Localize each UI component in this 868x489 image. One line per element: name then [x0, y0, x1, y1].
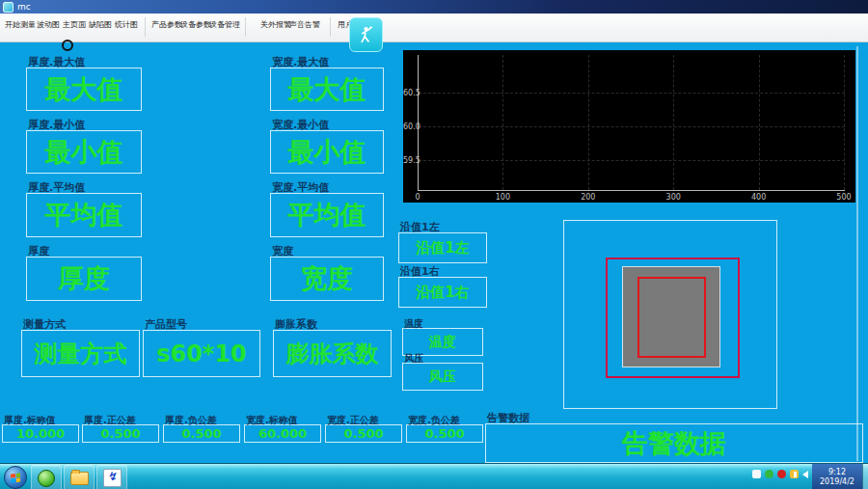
toolbar-button-device-params[interactable]: 设备参数 [180, 19, 211, 30]
chart-x-axis [418, 190, 845, 191]
show-desktop-button[interactable] [862, 464, 868, 489]
window-title: mc [17, 3, 31, 12]
thickness-pos-tol-label: 厚度.正公差 [84, 414, 136, 427]
chart-gridline [759, 55, 760, 190]
thickness-neg-tol-value: 0.500 [164, 425, 239, 442]
person-figure-icon [356, 24, 377, 45]
window-right-edge [856, 46, 858, 461]
taskbar-clock[interactable]: 9:12 2019/4/2 [812, 464, 862, 489]
alarm-data-box: 告警数据 告警数据 [485, 423, 863, 463]
thickness-nominal-value: 10.000 [3, 425, 78, 442]
product-model-value: s60*10 [144, 331, 259, 376]
taskbar-app-measure[interactable]: ↯ [96, 465, 127, 489]
toolbar-button-product-params[interactable]: 产品参数 [151, 19, 182, 30]
language-indicator-icon[interactable] [752, 470, 761, 478]
width-pos-tol-value: 0.500 [326, 425, 401, 442]
thickness-pos-tol-value: 0.500 [83, 425, 158, 442]
taskbar-app-explorer[interactable] [64, 465, 95, 489]
chart-gridline [419, 160, 845, 161]
thickness-min-label: 厚度.最小值 [28, 118, 85, 132]
thickness-min-value: 最小值 [27, 131, 141, 173]
width-avg-label: 宽度.平均值 [272, 180, 329, 195]
chart-gridline [673, 55, 674, 190]
thickness-pos-tol-box: 厚度.正公差 0.500 [82, 424, 159, 443]
width-avg-box: 宽度.平均值 平均值 [270, 193, 384, 237]
width-neg-tol-label: 宽度.负公差 [408, 414, 460, 427]
chart-x-tick-label: 0 [406, 193, 429, 202]
chart-gridline [844, 55, 845, 190]
width-neg-tol-box: 宽度.负公差 0.500 [406, 424, 483, 443]
system-tray [752, 470, 808, 478]
current-page-indicator-icon [62, 40, 73, 51]
chart-y-tick-label: 60.0 [403, 122, 416, 131]
wind-pressure-value: 风压 [403, 364, 482, 390]
width-max-label: 宽度.最大值 [272, 55, 329, 69]
edge1-right-label: 沿值1右 [400, 264, 440, 279]
toolbar-separator [245, 17, 246, 37]
expansion-coeff-value: 膨胀系数 [274, 331, 391, 376]
chart-gridline [588, 55, 589, 190]
expansion-coeff-box: 膨胀系数 膨胀系数 [273, 330, 392, 377]
toolbar-separator [330, 17, 331, 37]
width-nominal-label: 宽度.标称值 [246, 414, 298, 427]
thickness-max-label: 厚度.最大值 [28, 55, 85, 69]
temperature-label: 温度 [404, 317, 423, 331]
measure-mode-value: 测量方式 [22, 331, 139, 376]
volume-icon[interactable] [802, 471, 808, 478]
toolbar-separator [145, 17, 146, 37]
wind-pressure-box: 风压 风压 [402, 363, 483, 391]
chart-gridline [419, 126, 845, 127]
measure-mode-box: 测量方式 测量方式 [21, 330, 140, 377]
chart-x-tick-label: 400 [747, 193, 771, 202]
start-button[interactable] [4, 466, 27, 489]
toolbar-button-sound-alert[interactable]: 声音告警 [289, 19, 320, 30]
width-max-value: 最大值 [271, 68, 383, 110]
alarm-data-label: 告警数据 [487, 411, 529, 425]
toolbar-button-main-page[interactable]: 主页面 [63, 19, 86, 30]
thickness-avg-box: 厚度.平均值 平均值 [26, 193, 142, 237]
width-avg-value: 平均值 [271, 194, 383, 236]
chart-x-tick-label: 100 [491, 193, 514, 202]
toolbar-button-stats-chart[interactable]: 统计图 [115, 19, 138, 30]
width-pos-tol-label: 宽度.正公差 [327, 414, 379, 427]
edge1-left-label: 沿值1左 [400, 220, 440, 234]
width-nominal-value: 60.000 [245, 425, 320, 442]
taskbar: ↯ 9:12 2019/4/2 [0, 463, 868, 489]
folder-icon [70, 472, 89, 485]
toolbar-button-defect-chart[interactable]: 缺陷图 [89, 19, 112, 30]
application-window: mc 开始测量 波动图 主页面 缺陷图 统计图 产品参数 设备参数 设备管理 关… [0, 0, 868, 489]
toolbar-button-external-alarm[interactable]: 关外报警 [260, 19, 291, 30]
profile-inner-outline [637, 277, 706, 358]
chart-y-tick-label: 59.5 [403, 156, 416, 165]
expansion-coeff-label: 膨胀系数 [275, 317, 317, 332]
width-pos-tol-box: 宽度.正公差 0.500 [325, 424, 402, 443]
toolbar-button-start-measure[interactable]: 开始测量 [5, 19, 36, 30]
measure-mode-label: 测量方式 [23, 317, 66, 332]
alarm-data-value: 告警数据 [486, 424, 862, 462]
chart-gridline [419, 93, 845, 94]
thickness-min-box: 厚度.最小值 最小值 [26, 130, 142, 174]
width-neg-tol-value: 0.500 [407, 425, 482, 442]
width-nominal-box: 宽度.标称值 60.000 [244, 424, 321, 443]
edge1-left-value: 沿值1左 [399, 233, 486, 262]
thickness-label: 厚度 [28, 244, 49, 258]
red-status-icon[interactable] [777, 470, 786, 478]
taskbar-app-browser[interactable] [31, 465, 62, 489]
clock-time: 9:12 [828, 468, 846, 477]
chart-y-tick-label: 60.5 [403, 89, 416, 97]
chart-x-tick-label: 500 [832, 193, 855, 202]
toolbar-button-device-manage[interactable]: 设备管理 [209, 19, 240, 30]
windows-logo-icon [11, 473, 20, 482]
edge1-left-box: 沿值1左 沿值1左 [398, 232, 487, 263]
edge1-right-value: 沿值1右 [399, 278, 486, 307]
trend-chart: 010020030040050059.560.060.5 [403, 50, 855, 203]
toolbar-button-wave-chart[interactable]: 波动图 [37, 19, 60, 30]
logo-button[interactable] [349, 17, 383, 52]
thickness-avg-label: 厚度.平均值 [28, 180, 85, 195]
product-model-box: 产品型号 s60*10 [143, 330, 260, 377]
width-min-box: 宽度.最小值 最小值 [270, 130, 384, 174]
green-status-icon[interactable] [765, 470, 773, 478]
wind-pressure-label: 风压 [404, 352, 423, 366]
width-label: 宽度 [272, 244, 293, 258]
chart-x-tick-label: 300 [662, 193, 685, 202]
